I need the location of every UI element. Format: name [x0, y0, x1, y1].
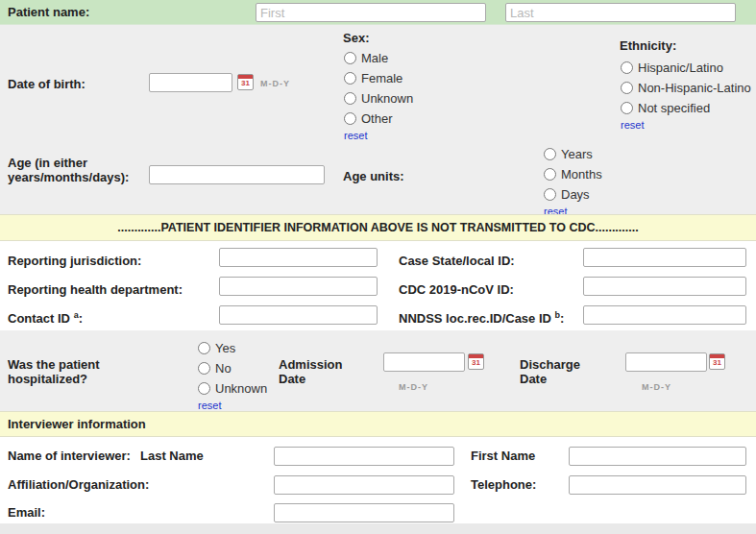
discharge-date-input[interactable] — [625, 352, 707, 372]
hospitalized-reset-link[interactable]: reset — [198, 399, 267, 412]
interviewer-last-name-input[interactable] — [274, 447, 454, 466]
cdc-ncov-id-label: CDC 2019-nCoV ID: — [399, 277, 514, 300]
age-label: Age (in either years/months/days): — [8, 156, 157, 184]
interviewer-first-name-input[interactable] — [569, 447, 746, 466]
discharge-date-format-hint: M-D-Y — [642, 382, 671, 392]
ethnicity-option-label: Non-Hispanic-Latino — [638, 81, 751, 95]
age-units-label: Age units: — [343, 169, 404, 183]
sex-radio-other[interactable] — [344, 112, 356, 125]
contact-id-input[interactable] — [219, 305, 378, 325]
admission-date-label: Admission Date — [279, 357, 355, 386]
sex-option-female[interactable]: Female — [344, 68, 413, 88]
ethnicity-radio-non-hispanic[interactable] — [621, 82, 633, 94]
ethnicity-option-label: Hispanic/Latino — [638, 61, 723, 75]
ethnicity-option-non-hispanic[interactable]: Non-Hispanic-Latino — [621, 78, 751, 98]
affiliation-label: Affiliation/Organization: — [8, 475, 149, 495]
hospitalized-option-label: Yes — [215, 341, 235, 355]
hospitalized-radio-unknown[interactable] — [198, 382, 210, 395]
sex-option-label: Unknown — [361, 91, 413, 106]
age-units-option-days[interactable]: Days — [544, 184, 602, 205]
cdc-ncov-id-input[interactable] — [583, 277, 746, 296]
interviewer-name-label: Name of interviewer: — [8, 447, 131, 466]
age-input[interactable] — [149, 165, 325, 184]
admission-date-format-hint: M-D-Y — [399, 382, 428, 392]
calendar-icon-day: 31 — [710, 358, 724, 368]
dob-format-hint: M-D-Y — [260, 79, 290, 88]
age-units-option-months[interactable]: Months — [544, 164, 602, 184]
last-name-input[interactable] — [505, 3, 736, 22]
sex-option-label: Other — [361, 111, 393, 126]
case-state-local-id-label: Case State/local ID: — [399, 248, 515, 271]
age-units-radio-years[interactable] — [544, 148, 556, 160]
email-label: Email: — [8, 503, 45, 522]
calendar-icon-day: 31 — [469, 358, 483, 368]
reporting-health-department-input[interactable] — [219, 277, 378, 296]
identifier-notice-banner: .............PATIENT IDENTIFIER INFORMAT… — [0, 214, 756, 241]
patient-name-section: Patient name: — [0, 0, 756, 25]
reporting-health-department-label: Reporting health department: — [8, 277, 183, 300]
contact-id-label: Contact ID a: — [8, 305, 83, 328]
ethnicity-option-label: Not specified — [638, 101, 710, 115]
ethnicity-option-not-specified[interactable]: Not specified — [621, 98, 751, 118]
ethnicity-options: Hispanic/Latino Non-Hispanic-Latino Not … — [621, 58, 751, 132]
sex-option-label: Female — [361, 71, 402, 85]
reporting-jurisdiction-input[interactable] — [219, 248, 378, 267]
age-units-radio-months[interactable] — [544, 168, 556, 181]
reporting-jurisdiction-label: Reporting jurisdiction: — [8, 248, 141, 271]
calendar-icon[interactable]: 31 — [709, 353, 725, 370]
footer-strip — [0, 523, 756, 534]
age-units-option-years[interactable]: Years — [544, 144, 602, 164]
age-units-option-label: Days — [561, 187, 590, 202]
first-name-input[interactable] — [256, 3, 486, 22]
dob-label: Date of birth: — [8, 77, 85, 91]
interviewer-banner: Interviewer information — [0, 411, 756, 437]
email-input[interactable] — [274, 503, 454, 522]
sex-label: Sex: — [343, 31, 369, 45]
interviewer-section: Name of interviewer: Last Name First Nam… — [0, 437, 756, 523]
sex-option-male[interactable]: Male — [344, 48, 413, 68]
hospitalization-section: Was the patient hospitalized? Yes No Unk… — [0, 330, 756, 411]
hospitalized-option-label: Unknown — [215, 381, 267, 396]
sex-radio-unknown[interactable] — [344, 92, 356, 105]
age-units-options: Years Months Days reset — [544, 144, 602, 218]
age-units-radio-days[interactable] — [544, 188, 556, 201]
calendar-icon[interactable]: 31 — [237, 74, 254, 90]
hospitalized-radio-no[interactable] — [198, 362, 210, 375]
ethnicity-radio-hispanic[interactable] — [621, 61, 633, 74]
interviewer-first-name-label: First Name — [471, 447, 535, 466]
hospitalized-option-no[interactable]: No — [198, 358, 267, 378]
nndss-id-input[interactable] — [583, 305, 746, 325]
sex-reset-link[interactable]: reset — [344, 129, 413, 142]
affiliation-input[interactable] — [274, 475, 454, 495]
telephone-label: Telephone: — [471, 475, 536, 495]
interviewer-last-name-label: Last Name — [140, 447, 204, 466]
sex-option-other[interactable]: Other — [344, 109, 413, 129]
demographics-section: Date of birth: 31 M-D-Y Sex: Male Female… — [0, 25, 756, 214]
discharge-date-label: Discharge Date — [520, 357, 597, 386]
identifiers-section: Reporting jurisdiction: Case State/local… — [0, 241, 756, 330]
hospitalized-option-yes[interactable]: Yes — [198, 338, 267, 358]
admission-date-input[interactable] — [383, 352, 465, 372]
nndss-id-label: NNDSS loc.rec.ID/Case ID b: — [399, 305, 564, 328]
ethnicity-reset-link[interactable]: reset — [621, 118, 751, 132]
sex-option-unknown[interactable]: Unknown — [344, 88, 413, 109]
hospitalized-option-label: No — [215, 361, 232, 376]
patient-name-label: Patient name: — [8, 0, 89, 25]
hospitalized-option-unknown[interactable]: Unknown — [198, 378, 267, 399]
ethnicity-label: Ethnicity: — [620, 38, 676, 53]
sex-radio-female[interactable] — [344, 72, 356, 85]
calendar-icon-day: 31 — [238, 79, 253, 88]
case-report-form: Patient name: Date of birth: 31 M-D-Y Se… — [0, 0, 756, 534]
case-state-local-id-input[interactable] — [583, 248, 746, 267]
hospitalized-options: Yes No Unknown reset — [198, 338, 267, 412]
age-units-option-label: Years — [561, 147, 593, 161]
telephone-input[interactable] — [569, 475, 746, 495]
calendar-icon[interactable]: 31 — [468, 353, 484, 370]
ethnicity-radio-not-specified[interactable] — [621, 102, 633, 114]
ethnicity-option-hispanic[interactable]: Hispanic/Latino — [621, 58, 751, 78]
dob-input[interactable] — [149, 73, 232, 92]
sex-radio-male[interactable] — [344, 52, 356, 64]
sex-option-label: Male — [361, 51, 388, 65]
hospitalized-label: Was the patient hospitalized? — [8, 357, 152, 386]
hospitalized-radio-yes[interactable] — [198, 342, 210, 354]
